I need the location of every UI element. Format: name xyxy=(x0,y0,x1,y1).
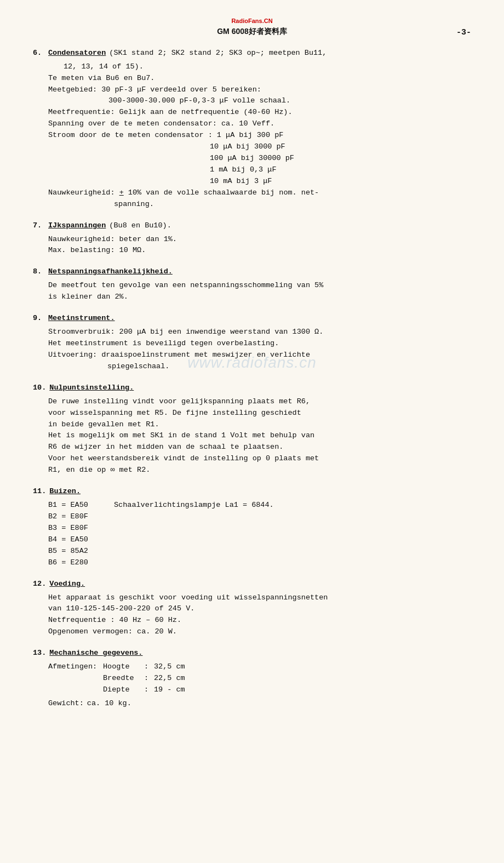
s12-line-4: Opgenomen vermogen: ca. 20 W. xyxy=(48,626,471,638)
section-9: 9. Meetinstrument. Stroomverbruik: 200 μ… xyxy=(33,313,471,373)
tube-b1-note: Schaalverlichtingslampje La1 = 6844. xyxy=(114,500,274,511)
dim-breedte-label: Breedte xyxy=(103,673,144,684)
section-10: 10. Nulpuntsinstelling. De ruwe instelli… xyxy=(33,382,471,476)
section-8-title: Netspanningsafhankelijkheid. xyxy=(48,266,173,278)
s6-line-3: 300-3000-30.000 pF-0,3-3 μF volle schaal… xyxy=(108,95,471,107)
s8-line-2: is kleiner dan 2%. xyxy=(48,292,471,303)
s12-line-1: Het apparaat is geschikt voor voeding ui… xyxy=(48,592,471,604)
s6-line-12: spanning. xyxy=(114,199,471,210)
s10-line-4: Het is mogelijk om met SK1 in de stand 1… xyxy=(48,430,471,442)
section-6-title: Condensatoren xyxy=(48,48,106,59)
s10-line-7: R1, en die op ∞ met R2. xyxy=(48,465,471,476)
section-13-title-row: 13. Mechanische gegevens. xyxy=(33,648,471,659)
s6-line-1: Te meten via Bu6 en Bu7. xyxy=(48,73,471,84)
section-12-title-row: 12. Voeding. xyxy=(33,579,471,590)
section-8-body: De meetfout ten gevolge van een netspann… xyxy=(48,280,471,303)
section-12-title: Voeding. xyxy=(49,579,85,590)
page-header: RadioFans.CN GM 6008好者资料库 -3- xyxy=(33,16,471,38)
dimensions-row: Afmetingen: Hoogte : 32,5 cm Breedte : 2… xyxy=(48,661,471,696)
section-9-num: 9. xyxy=(33,313,45,324)
section-13-num: 13. xyxy=(33,648,46,659)
dim-breedte-sep: : xyxy=(144,673,154,684)
tube-row-b5: B5 = 85A2 xyxy=(48,546,471,557)
section-7: 7. IJkspanningen (Bu8 en Bu10). Nauwkeur… xyxy=(33,220,471,257)
tube-row-b2: B2 = E80F xyxy=(48,511,471,523)
tube-b5-label: B5 = 85A2 xyxy=(48,546,114,557)
section-6-line2: 12, 13, 14 of 15). xyxy=(64,61,471,73)
section-6: 6. Condensatoren (SK1 stand 2; SK2 stand… xyxy=(33,48,471,210)
s10-line-2: voor wisselspanning met R5. De fijne ins… xyxy=(48,408,471,419)
dim-diepte-sep: : xyxy=(144,684,154,696)
section-12-num: 12. xyxy=(33,579,46,590)
dim-diepte-label: Diepte xyxy=(103,684,144,696)
main-content: 6. Condensatoren (SK1 stand 2; SK2 stand… xyxy=(33,48,471,710)
s10-line-6: Voor het weerstandsbereik vindt de inste… xyxy=(48,453,471,465)
s6-line-10: 10 mA bij 3 μF xyxy=(210,176,471,187)
dim-hoogte-label: Hoogte xyxy=(103,661,144,673)
dimensions-block: Afmetingen: Hoogte : 32,5 cm Breedte : 2… xyxy=(48,661,471,710)
section-8-num: 8. xyxy=(33,266,45,278)
section-10-title-row: 10. Nulpuntsinstelling. xyxy=(33,382,471,394)
tube-row-b6: B6 = E280 xyxy=(48,557,471,569)
section-6-num: 6. xyxy=(33,48,45,59)
dim-breedte-val: 22,5 cm xyxy=(154,673,185,684)
s10-line-5: R6 de wijzer in het midden van de schaal… xyxy=(48,442,471,453)
section-9-title-row: 9. Meetinstrument. xyxy=(33,313,471,324)
page-number: -3- xyxy=(456,26,471,39)
s9-line-1: Stroomverbruik: 200 μA bij een inwendige… xyxy=(48,327,471,338)
s9-line-2: Het meetinstrument is beveiligd tegen ov… xyxy=(48,338,471,350)
section-8: 8. Netspanningsafhankelijkheid. De meetf… xyxy=(33,266,471,303)
section-12-body: Het apparaat is geschikt voor voeding ui… xyxy=(48,592,471,638)
s8-line-1: De meetfout ten gevolge van een netspann… xyxy=(48,280,471,292)
section-12: 12. Voeding. Het apparaat is geschikt vo… xyxy=(33,579,471,638)
section-11: 11. Buizen. B1 = EA50 Schaalverlichtings… xyxy=(33,486,471,568)
s6-line-7: 10 μA bij 3000 pF xyxy=(210,141,471,153)
section-11-title: Buizen. xyxy=(49,486,81,498)
header-site: RadioFans.CN xyxy=(33,16,471,26)
dim-hoogte-val: 32,5 cm xyxy=(154,661,185,673)
tube-row-b4: B4 = EA50 xyxy=(48,534,471,546)
tube-b2-label: B2 = E80F xyxy=(48,511,114,523)
s6-line-2: Meetgebied: 30 pF-3 μF verdeeld over 5 b… xyxy=(48,84,471,96)
weight-label: Gewicht: xyxy=(48,698,84,710)
section-7-suffix: (Bu8 en Bu10). xyxy=(109,220,171,232)
tube-b6-label: B6 = E280 xyxy=(48,557,114,569)
section-9-body: Stroomverbruik: 200 μA bij een inwendige… xyxy=(48,327,471,373)
s7-line-1: Nauwkeurigheid: beter dan 1%. xyxy=(48,234,471,245)
section-6-title-row: 6. Condensatoren (SK1 stand 2; SK2 stand… xyxy=(33,48,471,59)
section-6-suffix: (SK1 stand 2; SK2 stand 2; SK3 op~; meet… xyxy=(109,48,327,59)
s6-line-5: Spanning over de te meten condensator: c… xyxy=(48,118,471,130)
section-10-num: 10. xyxy=(33,382,46,394)
section-10-title: Nulpuntsinstelling. xyxy=(49,382,134,394)
dim-diepte-val: 19 - cm xyxy=(154,684,185,696)
section-13: 13. Mechanische gegevens. Afmetingen: Ho… xyxy=(33,648,471,710)
s12-line-3: Netfrequentie : 40 Hz – 60 Hz. xyxy=(48,615,471,626)
section-13-title: Mechanische gegevens. xyxy=(49,648,142,659)
weight-row: Gewicht: ca. 10 kg. xyxy=(48,698,471,710)
tubes-list: B1 = EA50 Schaalverlichtingslampje La1 =… xyxy=(48,500,471,569)
s6-line-6: Stroom door de te meten condensator : 1 … xyxy=(48,130,471,141)
tube-b3-label: B3 = E80F xyxy=(48,523,114,534)
s6-line-11: Nauwkeurigheid: + 10% van de volle schaa… xyxy=(48,187,471,199)
s10-line-1: De ruwe instelling vindt voor gelijkspan… xyxy=(48,396,471,408)
weight-value: ca. 10 kg. xyxy=(87,698,131,710)
tube-row-b1: B1 = EA50 Schaalverlichtingslampje La1 =… xyxy=(48,500,471,511)
s12-line-2: van 110-125-145-200-220 of 245 V. xyxy=(48,603,471,615)
dim-label-outer: Afmetingen: xyxy=(48,661,103,696)
dim-breedte: Breedte : 22,5 cm xyxy=(103,673,185,684)
dim-inner: Hoogte : 32,5 cm Breedte : 22,5 cm Diept… xyxy=(103,661,185,696)
page: RadioFans.CN GM 6008好者资料库 -3- www.radiof… xyxy=(0,0,504,863)
section-7-body: Nauwkeurigheid: beter dan 1%. Max. belas… xyxy=(48,234,471,257)
tube-b1-label: B1 = EA50 xyxy=(48,500,114,511)
dim-diepte: Diepte : 19 - cm xyxy=(103,684,185,696)
section-11-num: 11. xyxy=(33,486,46,498)
s9-line-4: spiegelschaal. xyxy=(107,361,471,373)
s7-line-2: Max. belasting: 10 MΩ. xyxy=(48,245,471,256)
section-10-body: De ruwe instelling vindt voor gelijkspan… xyxy=(48,396,471,476)
dim-hoogte: Hoogte : 32,5 cm xyxy=(103,661,185,673)
s10-line-3: in beide gevallen met R1. xyxy=(48,419,471,431)
section-6-body: Te meten via Bu6 en Bu7. Meetgebied: 30 … xyxy=(48,73,471,210)
section-9-title: Meetinstrument. xyxy=(48,313,115,324)
dim-hoogte-sep: : xyxy=(144,661,154,673)
s9-line-3: Uitvoering: draaispoelinstrument met mes… xyxy=(48,350,471,361)
